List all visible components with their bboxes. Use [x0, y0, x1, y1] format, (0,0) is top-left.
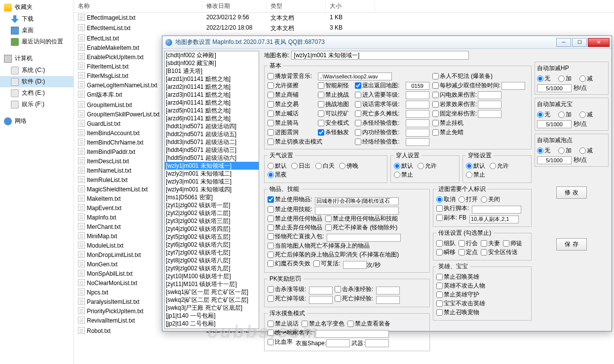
- r-yb-sub[interactable]: 减: [579, 110, 593, 119]
- r-weather-sunrise[interactable]: 日出: [291, 162, 310, 170]
- r-pd-none[interactable]: 无: [537, 146, 550, 155]
- cb-magic-stone[interactable]: 幻魔石类失效: [268, 259, 310, 268]
- col-size[interactable]: 大小: [326, 0, 375, 12]
- cb-exit-return[interactable]: 退出返回地图:: [355, 81, 399, 90]
- cb-blink[interactable]: 瞬移: [436, 248, 456, 256]
- fb-input[interactable]: [469, 216, 519, 223]
- map-list-item[interactable]: [arzd6|n01141 黯然之地]: [165, 114, 259, 122]
- cb-dead-exp[interactable]: 死亡掉经验:: [335, 294, 373, 303]
- cb-dead-burst[interactable]: 死亡多久摊线:: [355, 109, 399, 118]
- map-list-item[interactable]: [arzd3|n01141 黯然之地]: [165, 91, 259, 99]
- r-wear2-allow[interactable]: 允许: [490, 162, 509, 170]
- map-list-item[interactable]: [B101 通天塔]: [165, 67, 259, 75]
- revive-input[interactable]: [343, 261, 367, 269]
- map-list-item[interactable]: [arzd1|n01141 黯然之地]: [165, 75, 259, 83]
- r-hp-sub[interactable]: 减: [579, 74, 593, 83]
- mapname-input[interactable]: [291, 51, 469, 60]
- cb-safe-mode[interactable]: 安全模式: [318, 119, 349, 127]
- r-yb-none[interactable]: 无: [537, 110, 550, 119]
- cb-challenge-map[interactable]: 挑战地图: [318, 100, 349, 109]
- map-list[interactable]: [chdt|nf002 众神殿][sbdt|nf002 藏宝阁][B101 通天…: [164, 51, 259, 329]
- r-weather-night[interactable]: 黑夜: [268, 171, 287, 179]
- cb-can-mine[interactable]: 可以挖矿: [318, 109, 349, 118]
- cb-dead-drop-vanish[interactable]: 死亡后掉落的身上物品立即消失 (不掉落在地图): [268, 251, 399, 259]
- yb-val-input[interactable]: [537, 120, 572, 128]
- drive-e[interactable]: 文档 (E:): [0, 87, 74, 99]
- clothes-input[interactable]: [326, 339, 350, 347]
- cb-no-chat[interactable]: 禁止喊话: [268, 109, 312, 118]
- cb-no-ride[interactable]: 禁止骑马: [268, 119, 312, 127]
- r-wear-forbid[interactable]: 禁止: [394, 171, 413, 179]
- drive-c[interactable]: 系统 (C:): [0, 65, 74, 76]
- pk-kill-exp-input[interactable]: [376, 287, 400, 294]
- cb-fixed-dmg[interactable]: 固定坐标伤害:: [432, 109, 525, 118]
- modify-button[interactable]: 修 改: [556, 186, 586, 199]
- map-list-item[interactable]: [swkq3|尸王殿 死亡矿区底层]: [165, 304, 259, 312]
- cb-team[interactable]: 组队: [436, 239, 456, 248]
- cb-fixed[interactable]: 定点: [459, 248, 478, 256]
- cb-kill-no-crime[interactable]: 杀人不犯法 (爆装备): [432, 72, 525, 80]
- cb-forbid-any-itemskill[interactable]: 禁止使用任何物品和技能: [325, 215, 398, 223]
- cb-no-talk[interactable]: 禁止说话: [268, 320, 299, 328]
- close-button[interactable]: ✕: [588, 38, 610, 47]
- network-header[interactable]: 网络: [0, 115, 74, 127]
- kill-exp-input[interactable]: [406, 119, 429, 127]
- map-list-item[interactable]: [zyt6|zlg002 镇妖塔六层]: [165, 241, 259, 249]
- cb-safe[interactable]: 安全区传送: [481, 248, 518, 256]
- map-list-item[interactable]: [zyt8|zlg002 镇妖塔八层]: [165, 256, 259, 264]
- sidebar-desktop[interactable]: 桌面: [0, 25, 74, 36]
- cb-no-switch[interactable]: 禁止切换攻击模式: [268, 138, 349, 146]
- cb-dead-nodrop[interactable]: 死亡不掉装备 (怪物除外): [325, 223, 397, 232]
- map-list-item[interactable]: [wzly1|m001 未知领域一]: [165, 162, 259, 170]
- cb-bgm[interactable]: 播放背景音乐:: [268, 72, 312, 80]
- cb-no-summon-hero[interactable]: 禁止召唤英雄: [436, 273, 479, 281]
- map-list-item[interactable]: [zyt1|zlg002 镇妖塔一层]: [165, 201, 259, 209]
- map-list-item[interactable]: [sbdt|nf002 藏宝阁]: [165, 59, 259, 67]
- cb-kill-level[interactable]: 击杀涨等级:: [268, 285, 306, 293]
- cb-unify-name[interactable]: 统一玩家名字:: [268, 328, 312, 337]
- cb-hero-no-atk-ppl[interactable]: 英雄不攻击人物: [436, 282, 485, 290]
- cb-mob-dead-bag[interactable]: 怪物死亡直接入包:: [268, 232, 324, 241]
- map-list-item[interactable]: [zyt4|zlg002 镇妖塔四层]: [165, 225, 259, 233]
- map-list-item[interactable]: [zyt5|zlg002 镇妖塔五层]: [165, 233, 259, 241]
- r-wear2-forbid[interactable]: 禁止: [466, 171, 485, 179]
- cb-no-view-equip[interactable]: 禁止查看装备: [347, 320, 390, 328]
- mob-dead-bag-input[interactable]: [327, 234, 401, 242]
- cb-master[interactable]: 师徒: [503, 239, 522, 248]
- cb-no-wait[interactable]: 禁止挂机: [432, 119, 525, 127]
- cb-cur-mob-nodrop[interactable]: 当前地图人物死亡不掉落身上的物品: [268, 242, 370, 250]
- cb-fb[interactable]: 副本: FB: [436, 214, 466, 222]
- map-list-item[interactable]: [wzly3|m001 未知领域三]: [165, 178, 259, 185]
- cb-no-name-color[interactable]: 禁止名字变色: [302, 320, 345, 328]
- cb-dead-level[interactable]: 死亡掉等级:: [268, 294, 306, 303]
- cb-kill-exp[interactable]: 杀怪经验倍数:: [355, 119, 399, 127]
- map-list-item[interactable]: [wzly4|m001 未知领域四]: [165, 185, 259, 193]
- file-row[interactable]: EffectItemList.txt2022/12/20 18:08文本文档3 …: [74, 23, 614, 34]
- cb-allow-rub[interactable]: 允许搓擦: [268, 81, 312, 90]
- cb-forbid-skill[interactable]: 禁止使用技能:: [268, 205, 312, 214]
- script-input[interactable]: [472, 206, 521, 214]
- cb-lava-dmg[interactable]: 岩浆效果伤害:: [432, 100, 525, 109]
- map-list-item[interactable]: [arzd2|n01141 黯然之地]: [165, 83, 259, 91]
- sidebar-download[interactable]: 下载: [0, 13, 74, 25]
- drive-f[interactable]: 娱乐 (F:): [0, 99, 74, 110]
- map-list-item[interactable]: [zyt9|zlg002 镇妖塔九层]: [165, 264, 259, 272]
- map-list-item[interactable]: [zyt3|zlg002 镇妖塔三层]: [165, 217, 259, 225]
- cb-no-challenge[interactable]: 禁止挑战: [318, 91, 349, 99]
- inner-exp-input[interactable]: [406, 129, 429, 137]
- col-name[interactable]: 名称: [74, 0, 202, 12]
- cb-pet-no-atk-hero[interactable]: 宝宝不攻击英雄: [436, 299, 485, 308]
- cb-no-stall[interactable]: 禁止商铺: [268, 91, 312, 99]
- col-type[interactable]: 类型: [267, 0, 326, 12]
- cb-flash-dmg[interactable]: 闪电效果伤害:: [432, 91, 525, 99]
- cb-no-trade[interactable]: 禁止交易: [268, 100, 312, 109]
- r-ef-close[interactable]: 关闭: [481, 195, 500, 204]
- sidebar-recent[interactable]: 最近访问的位置: [0, 36, 74, 47]
- kill-level-input[interactable]: [309, 287, 333, 294]
- map-list-item[interactable]: [chdt|nf002 众神殿]: [165, 51, 259, 59]
- forbid-item-input[interactable]: [315, 197, 399, 205]
- dead-level-input[interactable]: [309, 296, 333, 304]
- exit-return-input[interactable]: [406, 82, 429, 90]
- bgm-input[interactable]: [318, 73, 392, 80]
- r-pd-add[interactable]: 加: [558, 146, 572, 155]
